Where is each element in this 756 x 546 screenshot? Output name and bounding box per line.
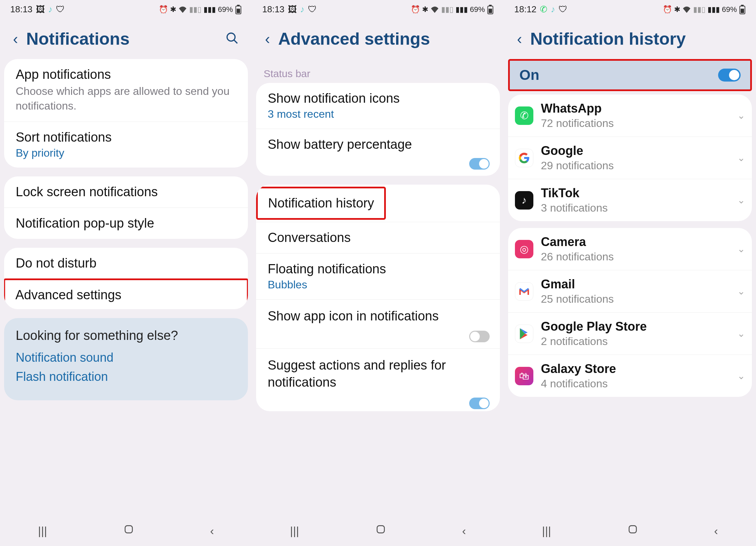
shield-icon: 🛡 <box>308 4 317 15</box>
home-button[interactable] <box>627 524 638 537</box>
signal2-icon: ▮▮▮ <box>708 5 720 14</box>
recents-button[interactable]: ||| <box>542 524 551 537</box>
page-title: Notifications <box>26 29 217 49</box>
gmail-icon <box>515 282 533 301</box>
row-popup-style[interactable]: Notification pop-up style <box>4 208 248 239</box>
android-navbar: ||| ‹ <box>0 515 252 546</box>
row-floating-notifications[interactable]: Floating notifications Bubbles <box>256 254 500 300</box>
link-flash-notification[interactable]: Flash notification <box>16 370 236 384</box>
home-button[interactable] <box>375 524 386 537</box>
tiktok-status-icon: ♪ <box>551 4 555 15</box>
svg-line-4 <box>234 40 237 43</box>
row-conversations[interactable]: Conversations <box>256 222 500 254</box>
row-title: Suggest actions and replies for notifica… <box>268 357 488 391</box>
android-navbar: ||| ‹ <box>252 515 504 546</box>
row-title: Do not disturb <box>16 256 236 271</box>
app-row-tiktok[interactable]: ♪ TikTok 3 notifications ⌄ <box>508 179 752 221</box>
recents-button[interactable]: ||| <box>290 524 299 537</box>
search-icon[interactable] <box>225 31 239 46</box>
app-count: 2 notifications <box>541 335 730 348</box>
phone-advanced-settings: 18:13 🖼 ♪ 🛡 ⏰ ✱ ▮▮▯ ▮▮▮ 69% ‹ Advanced s… <box>252 0 504 546</box>
back-icon[interactable]: ‹ <box>13 31 18 46</box>
camera-icon: ◎ <box>515 240 533 258</box>
whatsapp-status-icon: ✆ <box>540 4 547 15</box>
back-icon[interactable]: ‹ <box>265 31 270 46</box>
chevron-down-icon: ⌄ <box>737 328 745 339</box>
chevron-down-icon: ⌄ <box>737 370 745 382</box>
row-show-battery-pct[interactable]: Show battery percentage <box>256 129 500 176</box>
app-count: 72 notifications <box>541 117 730 130</box>
row-title: Notification history <box>268 196 374 211</box>
app-row-play-store[interactable]: Google Play Store 2 notifications ⌄ <box>508 313 752 355</box>
recents-button[interactable]: ||| <box>38 524 47 537</box>
back-button[interactable]: ‹ <box>714 524 718 537</box>
app-count: 3 notifications <box>541 202 730 214</box>
wifi-icon <box>178 6 187 13</box>
play-store-icon <box>515 325 533 343</box>
chevron-down-icon: ⌄ <box>737 286 745 297</box>
app-count: 25 notifications <box>541 293 730 305</box>
row-history-toggle[interactable]: On <box>508 59 752 91</box>
app-row-camera[interactable]: ◎ Camera 26 notifications ⌄ <box>508 228 752 270</box>
toggle-history-on[interactable] <box>718 69 741 82</box>
bluetooth-icon: ✱ <box>674 5 680 14</box>
row-notification-history[interactable]: Notification history <box>256 185 500 222</box>
app-name: Camera <box>541 235 730 249</box>
page-title: Notification history <box>530 29 743 49</box>
image-icon: 🖼 <box>36 4 45 15</box>
row-sort-notifications[interactable]: Sort notifications By priority <box>4 122 248 168</box>
app-name: Google Play Store <box>541 319 730 334</box>
status-time: 18:12 <box>514 4 536 15</box>
card-apps-group1: ✆ WhatsApp 72 notifications ⌄ Google 29 … <box>508 95 752 221</box>
signal-icon: ▮▮▯ <box>189 5 201 14</box>
shield-icon: 🛡 <box>56 4 65 15</box>
alarm-icon: ⏰ <box>663 5 672 14</box>
status-time: 18:13 <box>262 4 284 15</box>
home-button[interactable] <box>123 524 134 537</box>
back-button[interactable]: ‹ <box>462 524 466 537</box>
back-button[interactable]: ‹ <box>210 524 214 537</box>
svg-rect-9 <box>377 526 384 533</box>
row-lock-screen[interactable]: Lock screen notifications <box>4 176 248 208</box>
tiktok-status-icon: ♪ <box>300 4 305 15</box>
card-dnd-advanced: Do not disturb Advanced settings <box>4 248 248 309</box>
app-row-galaxy-store[interactable]: 🛍 Galaxy Store 4 notifications ⌄ <box>508 355 752 397</box>
svg-rect-5 <box>125 526 132 533</box>
tiktok-status-icon: ♪ <box>48 4 53 15</box>
page-title: Advanced settings <box>278 29 491 49</box>
app-row-whatsapp[interactable]: ✆ WhatsApp 72 notifications ⌄ <box>508 95 752 137</box>
phone-notification-history: 18:12 ✆ ♪ 🛡 ⏰ ✱ ▮▮▯ ▮▮▮ 69% ‹ Notificati… <box>504 0 756 546</box>
svg-rect-2 <box>237 9 240 13</box>
toggle-suggest-actions[interactable] <box>469 398 490 409</box>
row-do-not-disturb[interactable]: Do not disturb <box>4 248 248 279</box>
row-suggest-actions[interactable]: Suggest actions and replies for notifica… <box>256 349 500 411</box>
row-advanced-settings[interactable]: Advanced settings <box>4 278 248 309</box>
app-row-gmail[interactable]: Gmail 25 notifications ⌄ <box>508 270 752 313</box>
back-icon[interactable]: ‹ <box>517 31 522 46</box>
row-title: Notification pop-up style <box>16 216 236 231</box>
app-name: Google <box>541 144 730 158</box>
whatsapp-icon: ✆ <box>515 106 533 125</box>
row-title: Floating notifications <box>268 262 488 276</box>
row-sub: By priority <box>16 147 236 159</box>
card-status-bar: Show notification icons 3 most recent Sh… <box>256 83 500 176</box>
chevron-down-icon: ⌄ <box>737 110 745 121</box>
toggle-battery-pct[interactable] <box>469 158 490 170</box>
row-show-app-icon[interactable]: Show app icon in notifications <box>256 300 500 349</box>
svg-point-3 <box>227 33 235 41</box>
row-sub: Bubbles <box>268 278 488 291</box>
alarm-icon: ⏰ <box>411 5 420 14</box>
row-app-notifications[interactable]: App notifications Choose which apps are … <box>4 59 248 122</box>
app-count: 4 notifications <box>541 377 730 390</box>
row-show-notification-icons[interactable]: Show notification icons 3 most recent <box>256 83 500 129</box>
signal-icon: ▮▮▯ <box>693 5 705 14</box>
battery-icon <box>739 5 746 14</box>
app-row-google[interactable]: Google 29 notifications ⌄ <box>508 137 752 179</box>
row-title: Conversations <box>268 230 488 245</box>
row-title: Show app icon in notifications <box>268 308 488 325</box>
galaxy-store-icon: 🛍 <box>515 367 533 385</box>
link-notification-sound[interactable]: Notification sound <box>16 350 236 365</box>
chevron-down-icon: ⌄ <box>737 152 745 163</box>
row-title: Advanced settings <box>15 288 237 302</box>
toggle-show-app-icon[interactable] <box>469 331 490 342</box>
